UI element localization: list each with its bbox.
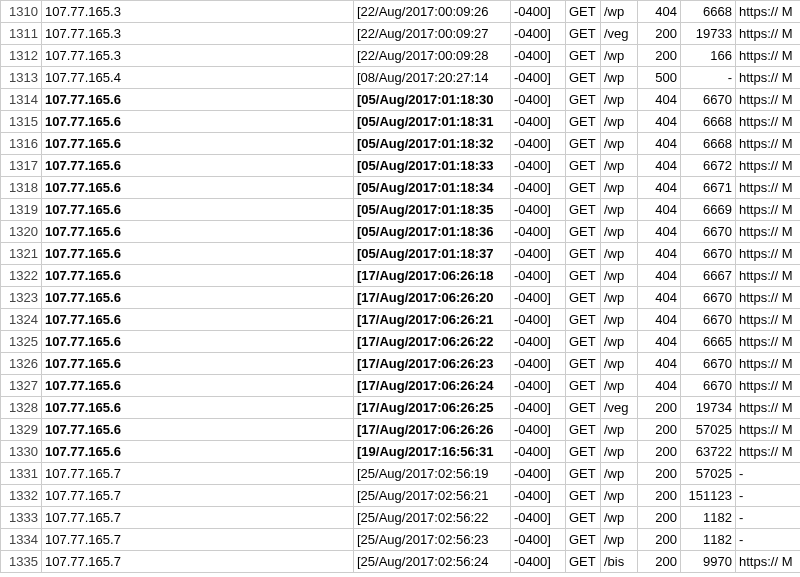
bytes-cell[interactable]: 6668 <box>681 1 736 23</box>
row-number[interactable]: 1320 <box>1 221 42 243</box>
referer-cell[interactable]: https:// M <box>736 265 801 287</box>
timestamp-cell[interactable]: [05/Aug/2017:01:18:34 <box>354 177 511 199</box>
row-number[interactable]: 1329 <box>1 419 42 441</box>
timezone-cell[interactable]: -0400] <box>511 463 566 485</box>
row-number[interactable]: 1330 <box>1 441 42 463</box>
row-number[interactable]: 1333 <box>1 507 42 529</box>
timestamp-cell[interactable]: [19/Aug/2017:16:56:31 <box>354 441 511 463</box>
method-cell[interactable]: GET <box>566 111 601 133</box>
timestamp-cell[interactable]: [25/Aug/2017:02:56:22 <box>354 507 511 529</box>
path-cell[interactable]: /wp <box>601 331 638 353</box>
referer-cell[interactable]: https:// M <box>736 243 801 265</box>
status-cell[interactable]: 200 <box>638 463 681 485</box>
referer-cell[interactable]: https:// M <box>736 89 801 111</box>
method-cell[interactable]: GET <box>566 309 601 331</box>
ip-cell[interactable]: 107.77.165.7 <box>42 485 354 507</box>
method-cell[interactable]: GET <box>566 441 601 463</box>
timestamp-cell[interactable]: [22/Aug/2017:00:09:28 <box>354 45 511 67</box>
row-number[interactable]: 1321 <box>1 243 42 265</box>
path-cell[interactable]: /wp <box>601 375 638 397</box>
ip-cell[interactable]: 107.77.165.6 <box>42 133 354 155</box>
method-cell[interactable]: GET <box>566 155 601 177</box>
timezone-cell[interactable]: -0400] <box>511 375 566 397</box>
status-cell[interactable]: 200 <box>638 507 681 529</box>
referer-cell[interactable]: - <box>736 463 801 485</box>
path-cell[interactable]: /wp <box>601 463 638 485</box>
table-row[interactable]: 1325107.77.165.6[17/Aug/2017:06:26:22-04… <box>1 331 801 353</box>
status-cell[interactable]: 404 <box>638 221 681 243</box>
referer-cell[interactable]: https:// M <box>736 133 801 155</box>
table-row[interactable]: 1324107.77.165.6[17/Aug/2017:06:26:21-04… <box>1 309 801 331</box>
timezone-cell[interactable]: -0400] <box>511 199 566 221</box>
referer-cell[interactable]: https:// M <box>736 331 801 353</box>
row-number[interactable]: 1334 <box>1 529 42 551</box>
status-cell[interactable]: 404 <box>638 331 681 353</box>
table-row[interactable]: 1312107.77.165.3[22/Aug/2017:00:09:28-04… <box>1 45 801 67</box>
timezone-cell[interactable]: -0400] <box>511 221 566 243</box>
timezone-cell[interactable]: -0400] <box>511 133 566 155</box>
path-cell[interactable]: /wp <box>601 287 638 309</box>
bytes-cell[interactable]: 1182 <box>681 529 736 551</box>
timestamp-cell[interactable]: [25/Aug/2017:02:56:19 <box>354 463 511 485</box>
bytes-cell[interactable]: 6665 <box>681 331 736 353</box>
path-cell[interactable]: /wp <box>601 507 638 529</box>
status-cell[interactable]: 404 <box>638 287 681 309</box>
table-row[interactable]: 1330107.77.165.6[19/Aug/2017:16:56:31-04… <box>1 441 801 463</box>
referer-cell[interactable]: https:// M <box>736 155 801 177</box>
bytes-cell[interactable]: 6670 <box>681 221 736 243</box>
bytes-cell[interactable]: 6672 <box>681 155 736 177</box>
timestamp-cell[interactable]: [05/Aug/2017:01:18:37 <box>354 243 511 265</box>
timezone-cell[interactable]: -0400] <box>511 45 566 67</box>
row-number[interactable]: 1325 <box>1 331 42 353</box>
referer-cell[interactable]: - <box>736 529 801 551</box>
status-cell[interactable]: 404 <box>638 375 681 397</box>
ip-cell[interactable]: 107.77.165.6 <box>42 375 354 397</box>
path-cell[interactable]: /wp <box>601 155 638 177</box>
status-cell[interactable]: 404 <box>638 309 681 331</box>
row-number[interactable]: 1328 <box>1 397 42 419</box>
table-row[interactable]: 1335107.77.165.7[25/Aug/2017:02:56:24-04… <box>1 551 801 573</box>
timezone-cell[interactable]: -0400] <box>511 353 566 375</box>
ip-cell[interactable]: 107.77.165.6 <box>42 265 354 287</box>
timestamp-cell[interactable]: [22/Aug/2017:00:09:27 <box>354 23 511 45</box>
path-cell[interactable]: /wp <box>601 309 638 331</box>
ip-cell[interactable]: 107.77.165.6 <box>42 397 354 419</box>
path-cell[interactable]: /wp <box>601 441 638 463</box>
ip-cell[interactable]: 107.77.165.7 <box>42 551 354 573</box>
referer-cell[interactable]: https:// M <box>736 1 801 23</box>
bytes-cell[interactable]: 19734 <box>681 397 736 419</box>
timestamp-cell[interactable]: [17/Aug/2017:06:26:26 <box>354 419 511 441</box>
method-cell[interactable]: GET <box>566 265 601 287</box>
row-number[interactable]: 1313 <box>1 67 42 89</box>
timestamp-cell[interactable]: [17/Aug/2017:06:26:20 <box>354 287 511 309</box>
ip-cell[interactable]: 107.77.165.3 <box>42 23 354 45</box>
path-cell[interactable]: /veg <box>601 23 638 45</box>
row-number[interactable]: 1319 <box>1 199 42 221</box>
status-cell[interactable]: 404 <box>638 133 681 155</box>
referer-cell[interactable]: https:// M <box>736 221 801 243</box>
ip-cell[interactable]: 107.77.165.6 <box>42 331 354 353</box>
bytes-cell[interactable]: 57025 <box>681 419 736 441</box>
referer-cell[interactable]: https:// M <box>736 287 801 309</box>
path-cell[interactable]: /wp <box>601 485 638 507</box>
referer-cell[interactable]: https:// M <box>736 111 801 133</box>
timestamp-cell[interactable]: [05/Aug/2017:01:18:36 <box>354 221 511 243</box>
referer-cell[interactable]: https:// M <box>736 199 801 221</box>
method-cell[interactable]: GET <box>566 67 601 89</box>
bytes-cell[interactable]: 6670 <box>681 243 736 265</box>
referer-cell[interactable]: https:// M <box>736 309 801 331</box>
timezone-cell[interactable]: -0400] <box>511 287 566 309</box>
method-cell[interactable]: GET <box>566 287 601 309</box>
bytes-cell[interactable]: 6668 <box>681 133 736 155</box>
row-number[interactable]: 1317 <box>1 155 42 177</box>
ip-cell[interactable]: 107.77.165.6 <box>42 199 354 221</box>
bytes-cell[interactable]: 19733 <box>681 23 736 45</box>
bytes-cell[interactable]: 9970 <box>681 551 736 573</box>
path-cell[interactable]: /bis <box>601 551 638 573</box>
method-cell[interactable]: GET <box>566 353 601 375</box>
timestamp-cell[interactable]: [22/Aug/2017:00:09:26 <box>354 1 511 23</box>
timestamp-cell[interactable]: [17/Aug/2017:06:26:22 <box>354 331 511 353</box>
path-cell[interactable]: /wp <box>601 529 638 551</box>
bytes-cell[interactable]: 6667 <box>681 265 736 287</box>
timezone-cell[interactable]: -0400] <box>511 529 566 551</box>
